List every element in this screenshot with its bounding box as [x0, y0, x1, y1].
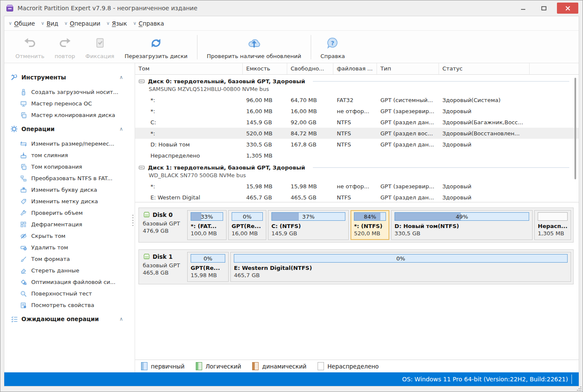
column-header-Свободно...[interactable]: Свободно... [287, 63, 333, 74]
cell-type: GPT (раздел вос... [377, 130, 439, 137]
sidebar-item-surface-test[interactable]: Поверхностный тест [10, 288, 129, 299]
usage-bar: 49% [395, 212, 529, 221]
sidebar-splitter[interactable] [131, 63, 135, 372]
partition-block[interactable]: 33%*: (FAT...100,0 MB [187, 210, 227, 240]
sidebar-item-label: Преобразовать NTFS в FAT... [31, 175, 112, 181]
partition-row[interactable]: C:145,9 GB92,00 GBNTFSGPT (раздел дан...… [135, 117, 579, 128]
menu-item-label: Общие [14, 20, 35, 27]
legend-bar: первичныйЛогическийдинамическийНераспред… [135, 360, 579, 372]
chevron-down-icon: ∨ [41, 21, 44, 26]
partition-row[interactable]: D: Новый том330,5 GB167,8 GBNTFSGPT (раз… [135, 139, 579, 150]
menu-item-help[interactable]: ∨Справка [133, 20, 164, 27]
cell-free: 64,70 MB [287, 97, 333, 103]
menu-item-language[interactable]: ∨Язык [106, 20, 127, 27]
usage-percent-label: 0% [232, 213, 262, 220]
sidebar-section-pending[interactable]: Ожидающие операции∧ [10, 313, 129, 325]
partition-block[interactable]: 0%E: Western Digital(NTFS)465,7 GB [230, 252, 571, 282]
sidebar-item-label: Изменить размер/перемес... [31, 140, 114, 147]
partition-row[interactable]: *:96,00 MB64,70 MBFAT32GPT (системный...… [135, 94, 579, 105]
partition-row[interactable]: E: Western Digital465,7 GB465,5 GBNTFSGP… [135, 192, 579, 202]
sidebar-item-wipe-data[interactable]: Стереть данные [10, 265, 129, 276]
sidebar-item-defragment[interactable]: Дефрагментация [10, 219, 129, 230]
sidebar-section-operations[interactable]: Операции∧ [10, 123, 129, 135]
surface-icon [20, 290, 27, 298]
menu-item-operations[interactable]: ∨Операции [64, 20, 100, 27]
sidebar-item-bootable-media[interactable]: Создать загрузочный носит... [10, 86, 129, 98]
sidebar-item-label: Изменить букву диска [31, 187, 97, 193]
collapse-chevron-icon[interactable]: ∧ [119, 316, 123, 322]
cell-capacity: 330,5 GB [243, 141, 287, 148]
legend-swatch-fill [318, 363, 320, 370]
partition-block[interactable]: 49%D: Новый том(NTFS)330,5 GB [391, 210, 533, 240]
partition-name: Нерасп... [538, 223, 568, 229]
menu-item-general[interactable]: ∨Общие [9, 20, 35, 27]
maximize-button[interactable] [536, 3, 551, 13]
sidebar-item-fs-optimize[interactable]: Оптимизация файловой си... [10, 276, 129, 288]
scrollbar-thumb[interactable] [574, 78, 576, 179]
resize-grip-icon[interactable] [576, 386, 581, 391]
column-header-Том[interactable]: Том [135, 63, 243, 74]
sidebar-item-hide-volume[interactable]: Скрыть том [10, 230, 129, 242]
sidebar-item-change-drive-letter[interactable]: CИзменить букву диска [10, 184, 129, 196]
menu-item-view[interactable]: ∨Вид [41, 20, 58, 27]
cell-volume: Нераспределено [135, 152, 243, 159]
column-header-файловая ...[interactable]: файловая ... [333, 63, 377, 74]
partition-block[interactable]: 84%*: (NTFS)520,0 MB [350, 210, 389, 240]
cell-free: 465,5 GB [287, 194, 333, 201]
commit-icon [94, 35, 106, 51]
disk-size: 465,8 GB [143, 269, 184, 276]
collapse-chevron-icon[interactable]: ∧ [119, 126, 123, 132]
sidebar-item-label: Скрыть том [31, 233, 65, 239]
table-scrollbar[interactable] [574, 78, 577, 197]
partition-name: GPT(Re... [191, 265, 225, 271]
sidebar-item-convert-ntfs-fat[interactable]: Преобразовать NTFS в FAT... [10, 173, 129, 184]
partition-name: GPT(Re... [232, 223, 263, 229]
sidebar-item-check-volume[interactable]: Проверить объем [10, 207, 129, 219]
sidebar-item-resize-move[interactable]: Изменить размер/перемес... [10, 138, 129, 149]
app-logo-icon [6, 4, 14, 12]
column-header-Статус[interactable]: Статус [439, 63, 530, 74]
sidebar-section-tools[interactable]: Инструменты∧ [10, 72, 129, 83]
partition-block[interactable]: 37%C: (NTFS)145,9 GB [268, 210, 349, 240]
sidebar-item-label: Том формата [31, 256, 70, 262]
cell-type: GPT (раздел дан... [377, 119, 439, 126]
partition-row[interactable]: Нераспределено1,305 MB [135, 150, 579, 161]
cell-status: Здоровый(Восстановлен... [439, 130, 530, 137]
partition-size: 15,98 MB [191, 272, 225, 278]
cell-free: 16,00 MB [287, 108, 333, 114]
partition-block[interactable]: Нерасп...1,305 MB [534, 210, 571, 240]
menu-item-label: Справка [138, 20, 164, 27]
sidebar-item-copy-volume[interactable]: Том копирования [10, 161, 129, 173]
column-header-Тип[interactable]: Тип [377, 63, 439, 74]
hide-icon [20, 232, 27, 240]
sidebar-item-change-label[interactable]: Изменить метку диска [10, 196, 129, 207]
column-header-Емкость[interactable]: Емкость [243, 63, 287, 74]
usage-percent-label: 49% [395, 213, 529, 220]
partition-block[interactable]: 0%GPT(Re...16,00 MB [228, 210, 266, 240]
erase-icon [20, 267, 27, 275]
check-updates-button[interactable]: Проверить наличие обновлений [202, 32, 306, 63]
partition-row[interactable]: *:16,00 MB16,00 MBне отфор...GPT (зарезе… [135, 105, 579, 117]
sidebar-item-disk-clone[interactable]: Мастер клонирования диска [10, 109, 129, 121]
sidebar-item-label: Поверхностный тест [31, 290, 92, 297]
undo-button: Отменить [10, 32, 50, 63]
column-header-extra[interactable] [530, 63, 579, 74]
partition-row[interactable]: *:15,98 MB15,98 MBне отфор...GPT (зарезе… [135, 181, 579, 192]
partition-block[interactable]: 0%GPT(Re...15,98 MB [187, 252, 229, 282]
reload-disks-button[interactable]: Перезагрузить диски [119, 32, 192, 63]
minimize-button[interactable] [516, 3, 530, 13]
close-button[interactable] [557, 3, 578, 14]
sidebar-item-delete-volume[interactable]: Удалить том [10, 242, 129, 253]
sidebar-item-os-migration[interactable]: Мастер переноса ОС [10, 98, 129, 109]
sidebar-item-merge-volume[interactable]: том слияния [10, 149, 129, 161]
sidebar-item-format-volume[interactable]: Том формата [10, 253, 129, 265]
cell-volume: C: [135, 119, 243, 126]
help-button[interactable]: ?Справка [315, 32, 350, 63]
sidebar-item-label: Том копирования [31, 164, 82, 170]
sidebar-item-view-properties[interactable]: iПосмотреть свойства [10, 299, 129, 311]
partition-row[interactable]: *:520,0 MB84,72 MBNTFSGPT (раздел вос...… [135, 128, 579, 139]
disk-drive-icon [143, 253, 150, 260]
cell-type: GPT (системный... [377, 97, 439, 103]
cell-capacity: 465,7 GB [243, 194, 287, 201]
collapse-chevron-icon[interactable]: ∧ [119, 74, 123, 80]
